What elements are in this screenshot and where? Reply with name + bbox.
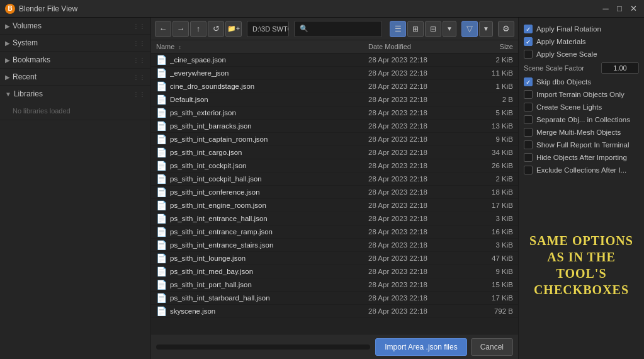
table-row[interactable]: 📄 ps_sith_int_entrance_stairs.json 28 Ap… [151,239,518,252]
option-row-separateObjInCollections: Separate Obj... in Collections [519,113,644,126]
checkbox-excludeCollectionsAfterI[interactable] [524,166,533,174]
column-date[interactable]: Date Modified [368,43,469,50]
maximize-button[interactable]: □ [614,3,625,14]
sidebar-bookmarks-label: Bookmarks [13,55,50,64]
sidebar-system-header[interactable]: ▶ System ⋮⋮ [0,35,150,51]
option-row-applySceneScale: Apply Scene Scale [519,48,644,60]
checkbox-createSceneLights[interactable] [524,103,533,111]
cancel-button[interactable]: Cancel [471,338,513,356]
file-icon: 📄 [156,121,166,131]
filter-button[interactable]: ▽ [461,21,478,37]
filter-dropdown-button[interactable]: ▼ [479,21,493,37]
file-icon: 📄 [156,81,166,91]
minimize-button[interactable]: ─ [600,3,611,14]
file-date: 28 Apr 2023 22:18 [368,228,469,236]
checkbox-applyMaterials[interactable] [524,37,533,46]
settings-button[interactable]: ⚙ [498,21,514,37]
column-name[interactable]: Name ↕ [156,43,368,50]
checkbox-hideObjectsAfterImporting[interactable] [524,153,533,162]
checkbox-separateObjInCollections[interactable] [524,115,533,124]
file-date: 28 Apr 2023 22:18 [368,175,469,183]
table-row[interactable]: 📄 ps_sith_int_entrance_hall.json 28 Apr … [151,212,518,225]
option-row-hideObjectsAfterImporting: Hide Objects After Importing [519,151,644,164]
table-row[interactable]: 📄 ps_sith_exterior.json 28 Apr 2023 22:1… [151,106,518,120]
tiles-view-button[interactable]: ⊞ [407,21,424,37]
file-name: _cine_space.json [170,56,368,64]
refresh-button[interactable]: ↺ [208,21,224,37]
bookmarks-arrow-icon: ▶ [5,57,10,64]
table-row[interactable]: 📄 ps_sith_int_captain_room.json 28 Apr 2… [151,133,518,146]
sidebar-libraries-header[interactable]: ▼ Libraries ⋮⋮ [0,86,150,102]
file-name: ps_sith_int_cockpit_hall.json [170,175,368,183]
sidebar-recent-header[interactable]: ▶ Recent ⋮⋮ [0,69,150,85]
table-row[interactable]: 📄 ps_sith_int_cockpit.json 28 Apr 2023 2… [151,159,518,173]
bottom-bar: Import Area .json files Cancel [151,334,518,359]
table-row[interactable]: 📄 cine_dro_soundstage.json 28 Apr 2023 2… [151,80,518,93]
path-bar[interactable]: D:\3D SWTOR\SWTOR ENVI... 46116860512844… [247,21,289,37]
sidebar-section-system: ▶ System ⋮⋮ [0,35,150,52]
back-button[interactable]: ← [155,21,171,37]
table-row[interactable]: 📄 skyscene.json 28 Apr 2023 22:18 792 B [151,305,518,318]
table-row[interactable]: 📄 _everywhere_json 28 Apr 2023 22:18 11 … [151,67,518,80]
volumes-dots-icon: ⋮⋮ [133,23,145,30]
file-date: 28 Apr 2023 22:18 [368,294,469,302]
scale-input[interactable] [601,62,639,74]
file-date: 28 Apr 2023 22:18 [368,281,469,288]
table-row[interactable]: 📄 Default.json 28 Apr 2023 22:18 2 B [151,93,518,106]
file-size: 34 KiB [469,149,513,156]
table-row[interactable]: 📄 ps_sith_int_engine_room.json 28 Apr 20… [151,199,518,212]
table-row[interactable]: 📄 ps_sith_int_port_hall.json 28 Apr 2023… [151,278,518,292]
checkbox-showFullReportInTerminal[interactable] [524,140,533,149]
import-button[interactable]: Import Area .json files [375,338,466,356]
file-name: Default.json [170,96,368,103]
table-row[interactable]: 📄 ps_sith_int_lounge.json 28 Apr 2023 22… [151,252,518,265]
option-row-importTerrainObjectsOnly: Import Terrain Objects Only [519,88,644,101]
scrollbar[interactable] [156,345,370,350]
list-view-button[interactable]: ☰ [390,21,406,37]
option-label-showFullReportInTerminal: Show Full Report In Terminal [536,141,629,149]
checkbox-skipDboObjects[interactable] [524,77,533,86]
column-size[interactable]: Size [469,43,513,50]
file-size: 26 KiB [469,162,513,169]
new-folder-button[interactable]: 📁+ [225,21,242,37]
file-name: ps_sith_int_conference.json [170,188,368,196]
grid-view-button[interactable]: ⊟ [425,21,441,37]
forward-button[interactable]: → [172,21,189,37]
table-row[interactable]: 📄 ps_sith_int_cockpit_hall.json 28 Apr 2… [151,173,518,186]
table-row[interactable]: 📄 ps_sith_int_barracks.json 28 Apr 2023 … [151,120,518,133]
sidebar-volumes-header[interactable]: ▶ Volumes ⋮⋮ [0,18,150,34]
sidebar-system-label: System [13,38,38,47]
option-label-separateObjInCollections: Separate Obj... in Collections [536,116,630,123]
bookmarks-dots-icon: ⋮⋮ [133,57,145,64]
checkbox-applyFinalRotation[interactable] [524,25,533,33]
file-icon: 📄 [156,293,166,303]
file-name: ps_sith_int_barracks.json [170,122,368,130]
search-bar[interactable]: 🔍 [294,21,382,37]
file-date: 28 Apr 2023 22:18 [368,254,469,262]
sidebar-bookmarks-header[interactable]: ▶ Bookmarks ⋮⋮ [0,52,150,68]
up-button[interactable]: ↑ [190,21,206,37]
file-size: 17 KiB [469,202,513,209]
recent-arrow-icon: ▶ [5,74,10,81]
file-name: ps_sith_int_lounge.json [170,254,368,262]
file-name: ps_sith_int_cockpit.json [170,162,368,169]
checkbox-mergeMultiMeshObjects[interactable] [524,128,533,137]
checkbox-importTerrainObjectsOnly[interactable] [524,90,533,99]
table-row[interactable]: 📄 ps_sith_int_starboard_hall.json 28 Apr… [151,292,518,305]
file-name: ps_sith_int_captain_room.json [170,135,368,143]
view-dropdown-button[interactable]: ▼ [443,21,456,37]
annotation-box: Same options as in the Tool's checkboxes [519,176,644,354]
sidebar-libraries-label: Libraries [14,89,43,98]
file-name: skyscene.json [170,307,368,315]
file-icon: 📄 [156,227,166,237]
close-button[interactable]: ✕ [628,3,639,14]
table-row[interactable]: 📄 _cine_space.json 28 Apr 2023 22:18 2 K… [151,54,518,67]
file-date: 28 Apr 2023 22:18 [368,109,469,117]
table-row[interactable]: 📄 ps_sith_int_conference.json 28 Apr 202… [151,186,518,199]
table-row[interactable]: 📄 ps_sith_int_entrance_ramp.json 28 Apr … [151,225,518,239]
table-row[interactable]: 📄 ps_sith_int_med_bay.json 28 Apr 2023 2… [151,265,518,278]
checkbox-applySceneScale[interactable] [524,50,533,59]
table-row[interactable]: 📄 ps_sith_int_cargo.json 28 Apr 2023 22:… [151,146,518,159]
file-date: 28 Apr 2023 22:18 [368,202,469,209]
file-list-container: Name ↕ Date Modified Size 📄 _cine_space.… [151,40,518,334]
